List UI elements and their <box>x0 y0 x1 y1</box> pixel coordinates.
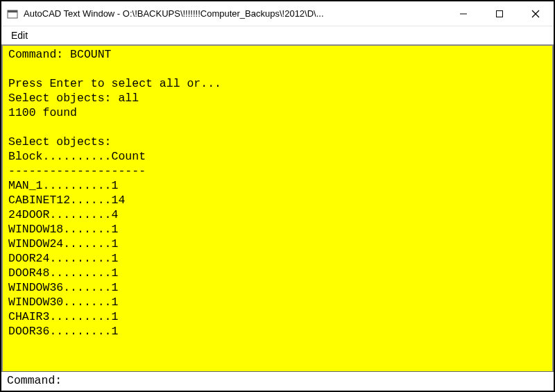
titlebar: AutoCAD Text Window - O:\!BACKUPS\!!!!!!… <box>1 1 554 26</box>
app-icon <box>7 8 18 19</box>
close-button[interactable] <box>518 1 554 26</box>
svg-rect-1 <box>8 10 17 12</box>
command-input[interactable] <box>69 373 548 388</box>
window-controls <box>445 1 554 26</box>
maximize-button[interactable] <box>481 1 518 26</box>
command-prompt: Command: <box>7 373 69 388</box>
window-title: AutoCAD Text Window - O:\!BACKUPS\!!!!!!… <box>24 8 445 19</box>
menu-edit[interactable]: Edit <box>7 28 32 42</box>
terminal-output[interactable]: Command: BCOUNT Press Enter to select al… <box>1 46 554 371</box>
command-line: Command: <box>1 371 554 391</box>
menubar: Edit <box>1 26 554 46</box>
minimize-button[interactable] <box>445 1 481 26</box>
svg-rect-3 <box>497 10 503 17</box>
